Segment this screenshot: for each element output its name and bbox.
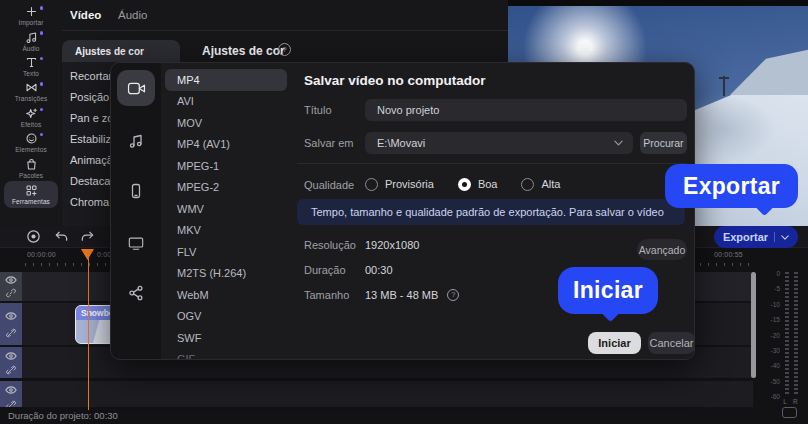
start-export-button[interactable]: Iniciar bbox=[588, 332, 641, 354]
transitions-icon bbox=[25, 81, 38, 94]
ruler-ticks-left bbox=[25, 263, 109, 266]
detail-value: 1920x1080 bbox=[365, 239, 419, 251]
format-item-mov[interactable]: MOV bbox=[165, 112, 287, 134]
export-dialog-rail bbox=[111, 63, 161, 360]
format-item-avi[interactable]: AVI bbox=[165, 91, 287, 113]
cancel-button[interactable]: Cancelar bbox=[648, 332, 695, 354]
detail-row-resolucao: Resolução1920x1080 bbox=[304, 232, 594, 257]
info-banner: Tempo, tamanho e qualidade padrão de exp… bbox=[297, 199, 685, 225]
plus-icon bbox=[25, 5, 38, 18]
new-badge-dot bbox=[40, 31, 44, 35]
letterbox-bar bbox=[508, 0, 808, 6]
tab-video[interactable]: Vídeo bbox=[70, 9, 101, 21]
format-item-flv[interactable]: FLV bbox=[165, 241, 287, 263]
meter-scale-label: -60 bbox=[760, 393, 780, 400]
meter-scale-label: -5 bbox=[760, 285, 780, 292]
sidebar-item-pacotes[interactable]: Pacotes bbox=[0, 155, 62, 180]
export-target-device[interactable] bbox=[124, 179, 148, 203]
packages-icon bbox=[25, 158, 38, 171]
sidebar-item-label: Áudio bbox=[22, 45, 39, 52]
undo-icon[interactable] bbox=[54, 229, 70, 245]
link-icon[interactable] bbox=[5, 288, 17, 298]
quality-option-provisoria[interactable]: Provisória bbox=[365, 178, 434, 191]
format-item-m2ts-h-264-[interactable]: M2TS (H.264) bbox=[165, 263, 287, 285]
export-target-share[interactable] bbox=[124, 281, 148, 305]
export-callout-tooltip: Exportar bbox=[665, 164, 798, 208]
text-icon bbox=[25, 56, 38, 69]
browse-button[interactable]: Procurar bbox=[640, 132, 687, 154]
sidebar-item-transicoes[interactable]: Transições bbox=[0, 79, 62, 104]
ruler-timestamp-right: 00:00:55 bbox=[714, 251, 743, 258]
sidebar-item-importar[interactable]: Importar bbox=[0, 3, 62, 28]
record-icon[interactable] bbox=[26, 229, 42, 245]
title-input[interactable]: Novo projeto bbox=[365, 99, 687, 121]
eye-icon[interactable] bbox=[5, 311, 17, 321]
radio-icon bbox=[521, 178, 534, 191]
format-item-mp4-av1-[interactable]: MP4 (AV1) bbox=[165, 134, 287, 156]
project-duration: Duração do projeto: 00:30 bbox=[8, 410, 118, 421]
export-target-computer[interactable] bbox=[117, 70, 155, 106]
tab-audio[interactable]: Áudio bbox=[118, 9, 147, 21]
radio-icon bbox=[458, 178, 471, 191]
export-target-audio[interactable] bbox=[124, 129, 148, 153]
quality-option-boa[interactable]: Boa bbox=[458, 178, 498, 191]
unlink-icon[interactable] bbox=[5, 328, 17, 338]
timeline-scrollbar[interactable] bbox=[751, 272, 756, 378]
save-path-select[interactable]: E:\Movavi bbox=[365, 132, 633, 154]
quality-option-label: Provisória bbox=[385, 178, 434, 190]
track-header-1 bbox=[0, 272, 22, 301]
format-item-mkv[interactable]: MKV bbox=[165, 220, 287, 242]
dialog-title: Salvar vídeo no computador bbox=[304, 73, 486, 88]
ruler-timestamp-start: 00:00:00 bbox=[27, 251, 56, 258]
eye-icon[interactable] bbox=[5, 385, 17, 395]
format-item-ogv[interactable]: OGV bbox=[165, 306, 287, 328]
dialog-divider bbox=[297, 163, 687, 164]
meter-scale-label: -50 bbox=[760, 378, 780, 385]
audio-level-meter bbox=[785, 272, 798, 394]
detail-label: Duração bbox=[304, 264, 365, 276]
quality-option-alta[interactable]: Alta bbox=[521, 178, 560, 191]
format-item-swf[interactable]: SWF bbox=[165, 327, 287, 349]
format-item-gif[interactable]: GIF bbox=[165, 349, 287, 361]
help-icon[interactable]: ? bbox=[278, 43, 291, 56]
audio-meter-scale: 0-5-10-15-20-30-40-50-60 bbox=[760, 270, 780, 400]
unlink-icon[interactable] bbox=[5, 400, 17, 407]
meter-settings-icon[interactable] bbox=[782, 407, 797, 418]
export-button[interactable]: Exportar bbox=[714, 226, 798, 248]
help-icon[interactable]: ? bbox=[447, 289, 459, 301]
format-item-mpeg-1[interactable]: MPEG-1 bbox=[165, 155, 287, 177]
meter-scale-label: -10 bbox=[760, 301, 780, 308]
meter-column-left bbox=[785, 272, 789, 394]
sidebar-item-label: Texto bbox=[23, 70, 39, 77]
export-button-divider bbox=[774, 232, 775, 242]
new-badge-dot bbox=[40, 133, 44, 137]
sidebar-item-label: Transições bbox=[15, 95, 48, 102]
meter-scale-label: 0 bbox=[760, 270, 780, 277]
subtab-label: Ajustes de cor bbox=[75, 46, 144, 57]
ski-lift-pole bbox=[723, 76, 725, 96]
sidebar-item-texto[interactable]: Texto bbox=[0, 54, 62, 79]
unlink-icon[interactable] bbox=[5, 365, 17, 375]
meter-scale-label: -15 bbox=[760, 316, 780, 323]
format-list: MP4AVIMOVMP4 (AV1)MPEG-1MPEG-2WMVMKVFLVM… bbox=[163, 63, 289, 360]
sidebar-item-efeitos[interactable]: Efeitos bbox=[0, 105, 62, 130]
redo-icon[interactable] bbox=[80, 229, 96, 245]
elements-icon bbox=[25, 132, 38, 145]
sidebar-item-elementos[interactable]: Elementos bbox=[0, 130, 62, 155]
eye-icon[interactable] bbox=[5, 275, 17, 285]
eye-icon[interactable] bbox=[5, 351, 17, 361]
format-item-wmv[interactable]: WMV bbox=[165, 198, 287, 220]
subtab-color-adjustments[interactable]: Ajustes de cor bbox=[62, 40, 180, 62]
new-badge-dot bbox=[40, 57, 44, 61]
export-target-tv[interactable] bbox=[124, 231, 148, 255]
playhead-marker[interactable] bbox=[81, 249, 94, 260]
advanced-button[interactable]: Avançado bbox=[637, 239, 687, 260]
export-details: Resolução1920x1080Duração00:30Tamanho13 … bbox=[304, 232, 594, 307]
start-callout-label: Iniciar bbox=[573, 277, 643, 304]
detail-row-duracao: Duração00:30 bbox=[304, 257, 594, 282]
sidebar-item-ferramentas[interactable]: Ferramentas bbox=[4, 181, 58, 208]
format-item-mp4[interactable]: MP4 bbox=[165, 69, 287, 91]
sidebar-item-audio[interactable]: Áudio bbox=[0, 28, 62, 53]
format-item-webm[interactable]: WebM bbox=[165, 284, 287, 306]
format-item-mpeg-2[interactable]: MPEG-2 bbox=[165, 177, 287, 199]
